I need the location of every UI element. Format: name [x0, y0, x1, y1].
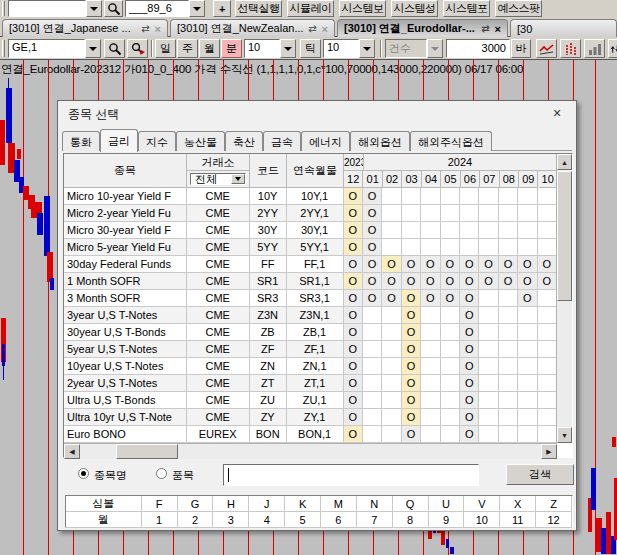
month-cell-05[interactable]: O: [441, 273, 460, 290]
month-cell-03[interactable]: O: [402, 426, 421, 443]
month-cell-02[interactable]: [382, 392, 401, 409]
month-cell-09[interactable]: [518, 375, 537, 392]
month-cell-08[interactable]: O: [499, 256, 518, 273]
month-cell-03[interactable]: O: [402, 273, 421, 290]
table-row[interactable]: 2year U,S T-NotesCMEZTZT,1OOO: [64, 375, 557, 392]
month-cell-09[interactable]: [518, 392, 537, 409]
month-cell-04[interactable]: [421, 392, 440, 409]
cell-exchange[interactable]: CME: [187, 307, 250, 324]
month-cell-12[interactable]: O: [344, 409, 363, 426]
month-cell-07[interactable]: [479, 324, 498, 341]
toolbar-button-3[interactable]: 시스템보: [339, 0, 386, 17]
cell-continuous[interactable]: SR3,1: [287, 290, 344, 307]
month-cell-01[interactable]: O: [363, 273, 382, 290]
month-cell-10[interactable]: [538, 239, 557, 256]
cell-continuous[interactable]: 2YY,1: [287, 205, 344, 222]
month-cell-01[interactable]: O: [363, 205, 382, 222]
month-cell-08[interactable]: O: [499, 273, 518, 290]
toolbar-button-4[interactable]: 시스템성: [391, 0, 438, 17]
dialog-tab-2[interactable]: 금리: [100, 129, 138, 152]
month-cell-10[interactable]: [538, 426, 557, 443]
cell-name[interactable]: 1 Month SOFR: [64, 273, 187, 290]
month-cell-07[interactable]: O: [479, 256, 498, 273]
cell-continuous[interactable]: FF,1: [287, 256, 344, 273]
month-cell-05[interactable]: [441, 426, 460, 443]
month-cell-02[interactable]: [382, 341, 401, 358]
minute-interval-combo[interactable]: 10: [244, 39, 296, 58]
radio-item-search[interactable]: [156, 468, 167, 479]
month-cell-08[interactable]: [499, 341, 518, 358]
cell-name[interactable]: Ultra U,S T-Bonds: [64, 392, 187, 409]
cell-code[interactable]: 2YY: [250, 205, 287, 222]
cell-code[interactable]: 30Y: [250, 222, 287, 239]
month-cell-10[interactable]: [538, 222, 557, 239]
month-cell-12[interactable]: O: [344, 290, 363, 307]
bar-button[interactable]: 바: [511, 39, 531, 58]
cell-name[interactable]: Euro BONO: [64, 426, 187, 443]
window-tab-1[interactable]: [3010] 연결_Japanese ...⇄×: [2, 19, 168, 37]
cell-code[interactable]: SR1: [250, 273, 287, 290]
month-cell-05[interactable]: [441, 188, 460, 205]
month-cell-10[interactable]: O: [538, 273, 557, 290]
month-cell-12[interactable]: O: [344, 375, 363, 392]
month-cell-01[interactable]: [363, 358, 382, 375]
cell-code[interactable]: ZU: [250, 392, 287, 409]
dialog-tab-3[interactable]: 지수: [138, 131, 176, 151]
scroll-left-icon[interactable]: ◀: [64, 444, 80, 459]
month-cell-04[interactable]: [421, 358, 440, 375]
cell-name[interactable]: 2year U,S T-Notes: [64, 375, 187, 392]
month-cell-08[interactable]: [499, 409, 518, 426]
month-cell-01[interactable]: [363, 426, 382, 443]
month-cell-07[interactable]: [479, 409, 498, 426]
month-cell-12[interactable]: O: [344, 307, 363, 324]
cell-name[interactable]: 3 Month SOFR: [64, 290, 187, 307]
month-cell-09[interactable]: O: [518, 273, 537, 290]
period-month-button[interactable]: 월: [199, 39, 220, 58]
month-cell-06[interactable]: O: [460, 392, 479, 409]
cell-code[interactable]: ZT: [250, 375, 287, 392]
scroll-down-icon[interactable]: ▼: [557, 427, 572, 443]
month-cell-05[interactable]: [441, 239, 460, 256]
line-style-button[interactable]: [536, 39, 557, 58]
cell-code[interactable]: ZB: [250, 324, 287, 341]
month-cell-09[interactable]: [518, 409, 537, 426]
month-cell-08[interactable]: [499, 375, 518, 392]
zoom-out-button[interactable]: [127, 39, 148, 58]
cell-name[interactable]: Micro 2-year Yield Fu: [64, 205, 187, 222]
cell-continuous[interactable]: Z3N,1: [287, 307, 344, 324]
cell-name[interactable]: 30day Federal Funds: [64, 256, 187, 273]
month-cell-12[interactable]: O: [344, 426, 363, 443]
cell-name[interactable]: 5year U,S T-Notes: [64, 341, 187, 358]
month-cell-05[interactable]: [441, 375, 460, 392]
toolbar-button-2[interactable]: 시뮬레이: [287, 0, 334, 17]
chevron-down-icon[interactable]: [280, 39, 296, 58]
month-cell-08[interactable]: [499, 188, 518, 205]
month-cell-01[interactable]: O: [363, 222, 382, 239]
month-cell-07[interactable]: [479, 358, 498, 375]
month-cell-05[interactable]: [441, 324, 460, 341]
month-cell-03[interactable]: [402, 222, 421, 239]
month-cell-12[interactable]: O: [344, 341, 363, 358]
cell-code[interactable]: BON: [250, 426, 287, 443]
month-cell-01[interactable]: O: [363, 188, 382, 205]
month-cell-02[interactable]: [382, 358, 401, 375]
period-day-button[interactable]: 일: [155, 39, 176, 58]
cell-code[interactable]: 5YY: [250, 239, 287, 256]
cell-name[interactable]: Micro 5-year Yield Fu: [64, 239, 187, 256]
add-button[interactable]: +: [213, 0, 231, 17]
dialog-tab-4[interactable]: 농산물: [176, 131, 225, 151]
month-cell-03[interactable]: O: [402, 290, 421, 307]
table-row[interactable]: Micro 10-year Yield FCME10Y10Y,1OO: [64, 188, 557, 205]
month-cell-01[interactable]: O: [363, 290, 382, 307]
month-cell-10[interactable]: O: [538, 256, 557, 273]
cell-name[interactable]: 3year U,S T-Notes: [64, 307, 187, 324]
month-cell-01[interactable]: [363, 324, 382, 341]
month-cell-03[interactable]: O: [402, 307, 421, 324]
month-cell-05[interactable]: [441, 222, 460, 239]
cell-exchange[interactable]: CME: [187, 341, 250, 358]
month-cell-02[interactable]: [382, 239, 401, 256]
dialog-tab-1[interactable]: 통화: [62, 131, 100, 151]
month-cell-07[interactable]: [479, 205, 498, 222]
month-cell-01[interactable]: [363, 392, 382, 409]
month-cell-12[interactable]: O: [344, 205, 363, 222]
